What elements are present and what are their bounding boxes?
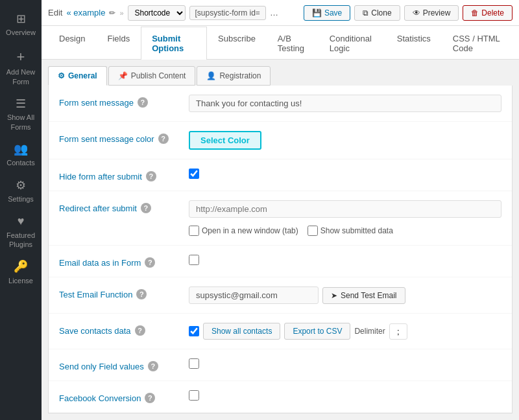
add-data-row: + Add additional data for submit xyxy=(49,413,512,414)
main-tabs: Design Fields Submit Options Subscribe A… xyxy=(42,26,519,60)
hide-form-checkbox[interactable] xyxy=(189,169,199,179)
email-data-label: Email data as in Form xyxy=(59,258,141,268)
sidebar-item-settings[interactable]: ⚙ Settings xyxy=(0,173,42,209)
sidebar-item-show-all-forms[interactable]: ☰ Show All Forms xyxy=(0,91,42,137)
breadcrumb-link[interactable]: « example xyxy=(66,8,105,18)
email-data-checkbox[interactable] xyxy=(189,255,199,265)
open-new-window-label[interactable]: Open in a new window (tab) xyxy=(189,226,298,236)
trash-icon: 🗑 xyxy=(471,8,479,18)
sidebar-item-license[interactable]: 🔑 License xyxy=(0,254,42,290)
save-contacts-row: Save contacts data ? Show all contacts E… xyxy=(49,314,512,349)
select-color-button[interactable]: Select Color xyxy=(189,131,261,150)
show-all-contacts-button[interactable]: Show all contacts xyxy=(203,323,280,340)
tab-subscribe[interactable]: Subscribe xyxy=(207,27,267,60)
form-sent-message-color-row: Form sent message color ? Select Color xyxy=(49,122,512,159)
facebook-conversion-checkbox[interactable] xyxy=(189,390,199,401)
sidebar-item-label: Featured Plugins xyxy=(3,231,39,250)
help-icon-color[interactable]: ? xyxy=(158,134,169,144)
top-bar: Edit « example ✏ » Shortcode [supsystic-… xyxy=(42,0,519,26)
help-icon-test-email[interactable]: ? xyxy=(136,289,147,299)
send-test-email-button[interactable]: ➤ Send Test Email xyxy=(322,287,405,304)
facebook-conversion-label: Facebook Conversion xyxy=(59,393,141,403)
sidebar-item-overview[interactable]: ⊞ Overview xyxy=(0,6,42,43)
shortcode-select[interactable]: Shortcode xyxy=(128,5,186,21)
tab-conditional-logic[interactable]: Conditional Logic xyxy=(319,27,386,60)
subtab-registration[interactable]: 👤 Registration xyxy=(197,66,271,86)
show-submitted-checkbox[interactable] xyxy=(308,226,318,236)
sidebar-item-label: License xyxy=(8,276,33,285)
sidebar-item-label: Settings xyxy=(8,194,34,204)
tab-statistics[interactable]: Statistics xyxy=(386,27,442,60)
tab-fields[interactable]: Fields xyxy=(96,27,141,60)
form-sent-message-color-label: Form sent message color xyxy=(59,134,154,144)
email-data-row: Email data as in Form ? xyxy=(49,246,512,277)
send-icon: ➤ xyxy=(331,291,337,300)
test-email-input[interactable] xyxy=(189,286,319,304)
sidebar-item-contacts[interactable]: 👥 Contacts xyxy=(0,137,42,173)
sidebar-item-label: Add New Form xyxy=(3,67,39,86)
license-icon: 🔑 xyxy=(14,259,28,274)
save-contacts-label: Save contacts data xyxy=(59,326,131,336)
help-icon-sent-message[interactable]: ? xyxy=(138,97,148,108)
save-button[interactable]: 💾 Save xyxy=(304,5,350,21)
top-bar-actions: 💾 Save ⧉ Clone 👁 Preview 🗑 Delete xyxy=(304,5,513,21)
hide-form-row: Hide form after submit ? xyxy=(49,159,512,191)
sidebar-item-add-new-form[interactable]: + Add New Form xyxy=(0,43,42,91)
clone-button[interactable]: ⧉ Clone xyxy=(354,5,400,21)
export-csv-button[interactable]: Export to CSV xyxy=(284,323,350,340)
save-icon: 💾 xyxy=(312,8,322,18)
redirect-row: Redirect after submit ? Open in a new wi… xyxy=(49,191,512,246)
redirect-input[interactable] xyxy=(189,200,501,218)
send-only-field-row: Send only Field values ? xyxy=(49,349,512,381)
delimiter-input[interactable] xyxy=(389,323,407,340)
subtab-general[interactable]: ⚙ General xyxy=(48,66,107,86)
main-content: Edit « example ✏ » Shortcode [supsystic-… xyxy=(42,0,519,420)
help-icon-hide[interactable]: ? xyxy=(146,171,156,181)
add-icon: + xyxy=(17,48,25,67)
hide-form-label: Hide form after submit xyxy=(59,172,142,181)
list-icon: ☰ xyxy=(16,97,26,111)
user-icon: 👤 xyxy=(206,71,216,80)
test-email-row: Test Email Function ? ➤ Send Test Email xyxy=(49,277,512,314)
tab-css-html[interactable]: CSS / HTML Code xyxy=(442,27,513,60)
tab-ab-testing[interactable]: A/B Testing xyxy=(267,27,319,60)
sub-tabs: ⚙ General 📌 Publish Content 👤 Registrati… xyxy=(42,60,519,86)
help-icon-send-only[interactable]: ? xyxy=(148,361,158,371)
help-icon-email-data[interactable]: ? xyxy=(145,257,155,268)
edit-label: Edit xyxy=(48,8,62,18)
sidebar-item-label: Contacts xyxy=(6,158,34,167)
show-submitted-label[interactable]: Show submitted data xyxy=(308,226,393,236)
shortcode-value: [supsystic-form id= xyxy=(189,6,266,20)
form-sent-message-row: Form sent message ? xyxy=(49,86,512,122)
settings-icon: ⚙ xyxy=(16,178,26,193)
gear-icon: ⚙ xyxy=(58,71,65,80)
send-only-field-checkbox[interactable] xyxy=(189,358,199,369)
tab-design[interactable]: Design xyxy=(48,27,96,60)
tab-submit-options[interactable]: Submit Options xyxy=(141,27,207,60)
preview-button[interactable]: 👁 Preview xyxy=(404,5,459,21)
subtab-publish-content[interactable]: 📌 Publish Content xyxy=(108,66,196,86)
sidebar-item-label: Overview xyxy=(6,28,36,37)
overview-icon: ⊞ xyxy=(16,12,26,27)
form-panel: Form sent message ? Form sent message co… xyxy=(48,86,513,414)
open-new-window-checkbox[interactable] xyxy=(189,226,199,236)
help-icon-save-contacts[interactable]: ? xyxy=(135,325,145,336)
delete-button[interactable]: 🗑 Delete xyxy=(463,5,513,21)
form-sent-message-input[interactable] xyxy=(189,95,501,112)
pin-icon: 📌 xyxy=(118,71,128,80)
sidebar-item-label: Show All Forms xyxy=(3,113,39,132)
form-sent-message-label: Form sent message xyxy=(59,98,134,108)
save-contacts-checkbox[interactable] xyxy=(189,326,199,336)
test-email-label: Test Email Function xyxy=(59,290,132,299)
help-icon-facebook[interactable]: ? xyxy=(145,393,155,403)
contacts-icon: 👥 xyxy=(14,142,28,157)
sidebar-item-featured-plugins[interactable]: ♥ Featured Plugins xyxy=(0,209,42,254)
send-only-field-label: Send only Field values xyxy=(59,362,144,371)
facebook-conversion-row: Facebook Conversion ? xyxy=(49,381,512,413)
help-icon-redirect[interactable]: ? xyxy=(141,203,151,213)
heart-icon: ♥ xyxy=(18,214,25,229)
clone-icon: ⧉ xyxy=(363,8,368,18)
redirect-label: Redirect after submit xyxy=(59,204,137,213)
sidebar: ⊞ Overview + Add New Form ☰ Show All For… xyxy=(0,0,42,420)
pencil-icon: ✏ xyxy=(109,8,115,18)
